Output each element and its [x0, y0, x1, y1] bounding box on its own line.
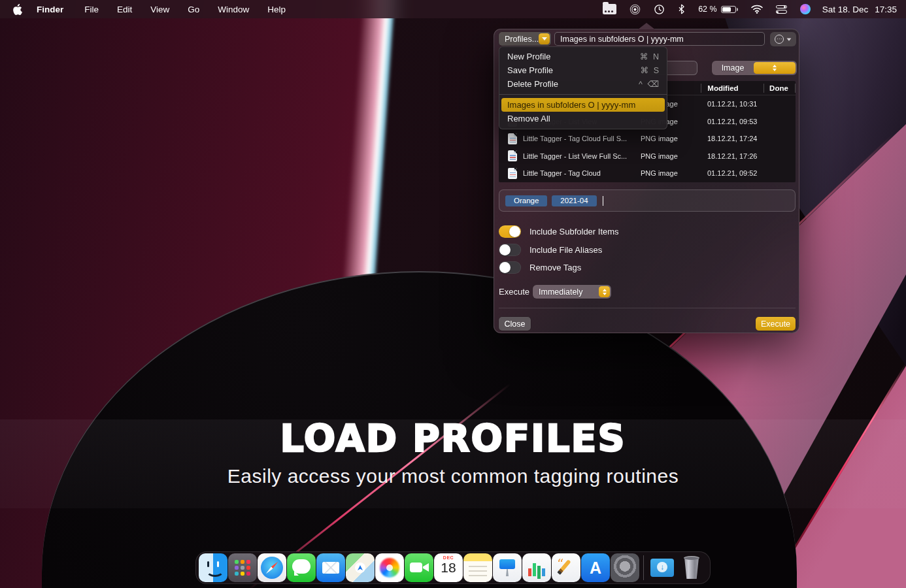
radar-icon[interactable]: [623, 0, 647, 18]
dock-keynote[interactable]: [493, 553, 522, 582]
profiles-button[interactable]: Profiles...: [499, 32, 551, 46]
menu-bar-status: 62 % Sat 18. Dec 17:35: [596, 0, 906, 18]
divider: [499, 308, 796, 308]
menu-help[interactable]: Help: [258, 5, 295, 14]
file-row[interactable]: Little Tagger - Tag Cloud Full S... PNG …: [499, 130, 796, 148]
battery-icon: [721, 6, 736, 13]
dock-maps[interactable]: [346, 553, 375, 582]
hero-title: LOAD PROFILES: [0, 417, 906, 460]
menu-view[interactable]: View: [141, 5, 178, 14]
png-file-icon: [508, 150, 517, 161]
dock-separator: [643, 555, 644, 580]
dock-messages[interactable]: [287, 553, 316, 582]
execute-mode-label: Execute: [499, 287, 529, 297]
profile-name-field[interactable]: Images in subfolders O | yyyy-mm: [554, 32, 765, 46]
menu-bar: Finder File Edit View Go Window Help 62 …: [0, 0, 906, 18]
execute-button[interactable]: Execute: [756, 317, 796, 331]
dock-facetime[interactable]: [405, 553, 433, 582]
battery-percent: 62 %: [698, 5, 717, 14]
menu-item-delete-profile[interactable]: Delete Profile ^ ⌫: [499, 77, 667, 91]
bluetooth-icon[interactable]: [671, 0, 692, 18]
dock-notes[interactable]: [463, 553, 492, 582]
menu-bar-left: Finder File Edit View Go Window Help: [0, 4, 295, 14]
dock-photos[interactable]: [375, 553, 404, 582]
dock-downloads-folder[interactable]: [648, 553, 677, 582]
siri-icon[interactable]: [794, 0, 817, 18]
toggle-remove-tags: Remove Tags: [499, 259, 581, 275]
chevron-down-icon: [787, 38, 792, 41]
battery-indicator[interactable]: 62 %: [692, 0, 745, 18]
active-app-name[interactable]: Finder: [37, 5, 63, 14]
updown-chevron-icon: [599, 286, 610, 297]
toggle-switch-on[interactable]: [499, 225, 521, 238]
hero-subtitle: Easily access your most common tagging r…: [0, 465, 906, 487]
dock-system-preferences[interactable]: [611, 553, 639, 582]
menu-window[interactable]: Window: [209, 5, 258, 14]
dock-finder[interactable]: [199, 553, 227, 582]
file-row[interactable]: Little Tagger - List View Full Sc... PNG…: [499, 148, 796, 165]
tag-token[interactable]: Orange: [505, 195, 547, 206]
column-done[interactable]: Done: [763, 84, 795, 93]
menu-file[interactable]: File: [75, 5, 108, 14]
text-cursor: [603, 196, 604, 206]
dock-trash[interactable]: [677, 553, 706, 582]
png-file-icon: [508, 133, 517, 144]
menu-edit[interactable]: Edit: [108, 5, 141, 14]
dock: DEC 18 A: [195, 551, 711, 584]
file-row[interactable]: Little Tagger - Tag Cloud PNG image 01.1…: [499, 165, 796, 182]
little-tagger-popover: Profiles... Images in subfolders O | yyy…: [494, 29, 799, 333]
desktop: Finder File Edit View Go Window Help 62 …: [0, 0, 906, 588]
menubar-date: Sat 18. Dec: [822, 5, 869, 14]
execute-mode-dropdown[interactable]: Immediately: [533, 285, 611, 299]
wifi-icon[interactable]: [745, 0, 769, 18]
toggle-include-file-aliases: Include File Aliases: [499, 242, 602, 257]
toggle-switch-off[interactable]: [499, 244, 521, 256]
little-tagger-menubar-icon[interactable]: [596, 0, 623, 18]
menu-item-new-profile[interactable]: New Profile ⌘ N: [499, 50, 667, 63]
menubar-time: 17:35: [875, 5, 897, 14]
toggle-switch-off[interactable]: [499, 261, 521, 274]
menu-item-save-profile[interactable]: Save Profile ⌘ S: [499, 63, 667, 77]
menu-item-remove-all[interactable]: Remove All: [499, 112, 667, 125]
control-center-icon[interactable]: [769, 0, 794, 18]
dock-launchpad[interactable]: [228, 553, 257, 582]
tag-token[interactable]: 2021-04: [552, 195, 596, 206]
dock-safari[interactable]: [258, 553, 286, 582]
dock-calendar[interactable]: DEC 18: [434, 553, 463, 582]
type-filter-dropdown[interactable]: Image: [712, 61, 797, 75]
profiles-chevron: [539, 33, 550, 44]
time-machine-icon[interactable]: [647, 0, 671, 18]
dock-pages[interactable]: [552, 553, 580, 582]
emoji-picker-button[interactable]: ⋯: [770, 32, 796, 46]
toggle-include-subfolder-items: Include Subfolder Items: [499, 223, 619, 239]
menu-separator: [499, 94, 667, 95]
menu-item-selected-profile[interactable]: Images in subfolders O | yyyy-mm: [501, 98, 665, 112]
png-file-icon: [508, 168, 517, 179]
profiles-menu: New Profile ⌘ N Save Profile ⌘ S Delete …: [499, 46, 667, 129]
popover-arrow: [638, 23, 655, 29]
tags-input[interactable]: Orange 2021-04: [499, 189, 796, 212]
menu-go[interactable]: Go: [178, 5, 209, 14]
menubar-clock[interactable]: Sat 18. Dec 17:35: [817, 5, 906, 14]
dock-numbers[interactable]: [522, 553, 551, 582]
apple-menu-icon[interactable]: [13, 4, 24, 14]
close-button[interactable]: Close: [499, 317, 531, 331]
column-modified[interactable]: Modified: [701, 84, 763, 93]
dock-app-store[interactable]: A: [581, 553, 610, 582]
dock-mail[interactable]: [316, 553, 345, 582]
circled-ellipsis-icon: ⋯: [775, 35, 784, 44]
updown-chevron-icon: [754, 62, 796, 74]
